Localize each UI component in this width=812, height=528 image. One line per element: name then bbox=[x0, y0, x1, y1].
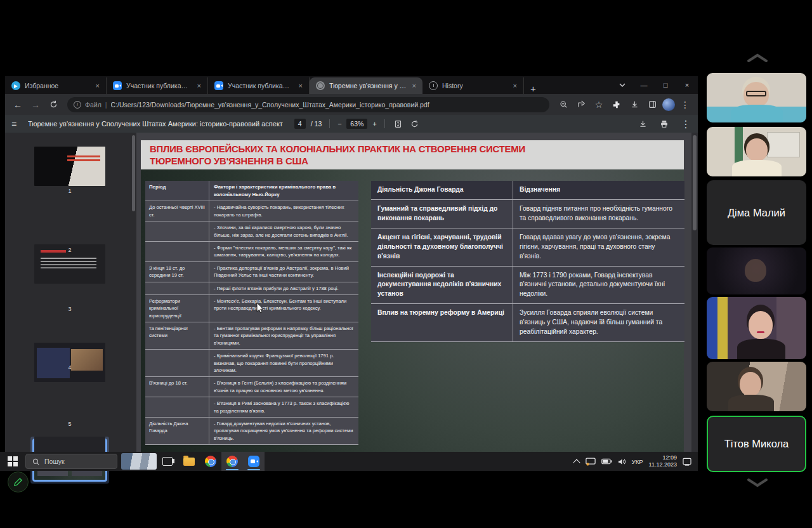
slide-page-4: ВПЛИВ ЄВРОПЕЙСЬКИХ ТА КОЛОНІАЛЬНИХ ПРАКТ… bbox=[141, 140, 684, 452]
page-total: / 13 bbox=[311, 120, 322, 128]
tab-telegram-favorites[interactable]: Избранное × bbox=[5, 77, 107, 94]
pdf-more-icon[interactable]: ⋮ bbox=[680, 118, 691, 129]
participant-name-tile-titov-speaking[interactable]: Тітов Микола bbox=[707, 416, 806, 472]
clock[interactable]: 12:09 11.12.2023 bbox=[649, 454, 677, 469]
pdf-toolbar: ≡ Тюремне ув'язнення у Сполучених Штатах… bbox=[5, 115, 698, 133]
downloads-icon[interactable] bbox=[627, 97, 642, 112]
chrome-icon bbox=[226, 456, 238, 467]
zoom-app-button[interactable] bbox=[243, 452, 265, 471]
sidebar-scrollbar[interactable] bbox=[132, 135, 135, 211]
viewer-scrollbar[interactable] bbox=[691, 133, 698, 452]
participant-video-4[interactable] bbox=[707, 297, 806, 359]
tab-close-icon[interactable]: × bbox=[298, 82, 304, 89]
participant-name: Тітов Микола bbox=[724, 438, 789, 450]
fit-page-icon[interactable] bbox=[393, 118, 404, 129]
table-row: Акцент на гігієні, харчуванні, трудовій … bbox=[371, 228, 684, 267]
participant-video-1[interactable] bbox=[707, 73, 806, 122]
history-clock-icon bbox=[429, 81, 438, 90]
battery-icon[interactable] bbox=[601, 458, 612, 465]
tab-history[interactable]: History × bbox=[422, 77, 524, 94]
widgets-button[interactable] bbox=[121, 453, 157, 470]
thumbnail-page-1[interactable] bbox=[34, 147, 105, 186]
participant-face bbox=[745, 259, 766, 282]
taskbar-search[interactable]: Пошук bbox=[25, 454, 117, 469]
zoom-out-button[interactable]: − bbox=[337, 120, 341, 128]
back-icon[interactable]: ← bbox=[10, 97, 25, 112]
tab-close-icon[interactable]: × bbox=[196, 82, 202, 89]
pdf-menu-icon[interactable]: ≡ bbox=[11, 119, 28, 129]
rotate-icon[interactable] bbox=[409, 118, 421, 129]
language-indicator[interactable]: УКР bbox=[632, 458, 643, 465]
participant-face bbox=[746, 138, 768, 161]
pdf-download-icon[interactable] bbox=[637, 118, 648, 129]
table-row: - Кримінальний кодекс Французької револю… bbox=[145, 350, 358, 377]
close-button[interactable]: × bbox=[676, 76, 698, 94]
table-row: - Перші флоти в'язнів прибули до Австрал… bbox=[145, 282, 358, 295]
tab-zoom-1[interactable]: Участник публикации - Zoom × bbox=[107, 77, 208, 94]
participant-name-tile-dima[interactable]: Діма Малий bbox=[707, 180, 806, 245]
speaker-icon[interactable] bbox=[618, 458, 626, 465]
tab-pdf-active[interactable]: Тюремне ув'язнення у Сполуч × bbox=[310, 77, 422, 94]
participant-video-5[interactable] bbox=[707, 362, 806, 411]
pdf-page-controls: 4 / 13 − 63% + bbox=[294, 118, 421, 129]
participant-video-3[interactable] bbox=[707, 248, 806, 294]
thumbnail-page-3[interactable] bbox=[34, 343, 105, 382]
reload-icon[interactable] bbox=[46, 97, 61, 112]
action-center-icon[interactable] bbox=[683, 458, 691, 466]
tab-close-icon[interactable]: × bbox=[95, 82, 101, 89]
time: 12:09 bbox=[662, 454, 677, 461]
globe-icon bbox=[316, 81, 325, 90]
url-scheme: Файл bbox=[85, 101, 102, 109]
thumbnail-number: 4 bbox=[34, 364, 105, 371]
annotation-tool-button[interactable] bbox=[8, 472, 29, 492]
participant-face bbox=[749, 311, 773, 339]
zoom-icon bbox=[214, 81, 223, 90]
thumbnail-page-6[interactable] bbox=[34, 437, 105, 452]
tab-label: Участник публикации - Zoom bbox=[228, 82, 293, 89]
zoom-page-icon[interactable] bbox=[556, 97, 571, 112]
chrome-button[interactable] bbox=[200, 452, 221, 471]
tab-close-icon[interactable]: × bbox=[411, 82, 417, 89]
zoom-level[interactable]: 63% bbox=[346, 119, 367, 129]
tray-chevron-up-icon[interactable] bbox=[573, 458, 580, 465]
right-table-header: Діяльність Джона Говарда Відзначення bbox=[371, 181, 684, 200]
desktop: Избранное × Участник публикации - Zoom ×… bbox=[0, 0, 812, 528]
table-row: Гуманний та справедливий підхід до викон… bbox=[371, 200, 684, 228]
browser-toolbar: ← → i Файл | C:/Users/123/Downloads/Тюре… bbox=[5, 94, 698, 115]
divider bbox=[384, 119, 385, 128]
windows-taskbar: Пошук УКР 12:09 11.12.2023 bbox=[0, 452, 698, 471]
left-table-header: Період Фактори і характеристики кримінал… bbox=[145, 181, 358, 201]
tab-search-chevron-icon[interactable] bbox=[612, 76, 633, 94]
forward-icon[interactable]: → bbox=[28, 97, 43, 112]
date: 11.12.2023 bbox=[649, 461, 677, 468]
pdf-document-title: Тюремне ув'язнення у Сполучених Штатах А… bbox=[28, 120, 283, 128]
tab-close-icon[interactable]: × bbox=[512, 82, 518, 89]
thumbnail-number: 2 bbox=[34, 247, 105, 253]
print-icon[interactable] bbox=[658, 118, 670, 129]
screen-share-icon[interactable] bbox=[586, 458, 596, 466]
task-view-icon bbox=[162, 457, 173, 466]
task-view-button[interactable] bbox=[157, 452, 178, 471]
extensions-puzzle-icon[interactable] bbox=[609, 97, 624, 112]
bookmark-star-icon[interactable]: ☆ bbox=[591, 97, 606, 112]
window-controls: — □ × bbox=[612, 76, 698, 94]
table-row: Діяльність Джона Говарда- Говард докумен… bbox=[145, 418, 358, 445]
participant-video-2[interactable] bbox=[707, 127, 806, 176]
browser-menu-icon[interactable]: ⋮ bbox=[678, 97, 693, 112]
chrome-active-button[interactable] bbox=[221, 452, 243, 471]
profile-avatar[interactable] bbox=[662, 98, 675, 111]
new-tab-button[interactable]: + bbox=[524, 83, 542, 94]
file-explorer-button[interactable] bbox=[178, 452, 200, 471]
minimize-button[interactable]: — bbox=[633, 76, 655, 94]
share-icon[interactable] bbox=[573, 97, 589, 112]
page-info-icon[interactable]: i bbox=[74, 101, 81, 109]
start-button[interactable] bbox=[0, 452, 25, 471]
tab-zoom-2[interactable]: Участник публикации - Zoom × bbox=[208, 77, 310, 94]
page-number-input[interactable]: 4 bbox=[294, 119, 306, 129]
participants-scroll-up-icon[interactable] bbox=[745, 52, 770, 63]
address-bar[interactable]: i Файл | C:/Users/123/Downloads/Тюремне_… bbox=[67, 97, 549, 112]
zoom-in-button[interactable]: + bbox=[372, 120, 376, 128]
side-panel-icon[interactable] bbox=[645, 97, 660, 112]
maximize-button[interactable]: □ bbox=[655, 76, 676, 94]
participants-scroll-down-icon[interactable] bbox=[745, 477, 770, 489]
